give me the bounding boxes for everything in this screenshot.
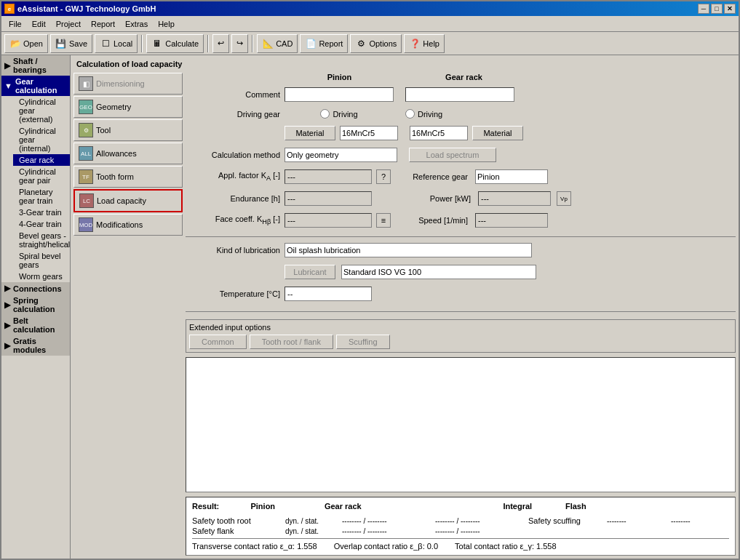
undo-button[interactable]: ↩ — [212, 34, 229, 53]
sidebar-item-cylindrical-pair[interactable]: Cylindrical gear pair — [13, 166, 70, 186]
speed-input[interactable] — [475, 213, 548, 228]
chevron-right-icon: ▶ — [4, 61, 10, 71]
endurance-row: Endurance [h] Power [kW] Vp — [186, 191, 736, 206]
open-button[interactable]: 📂 Open — [4, 34, 48, 53]
menu-bar: File Edit Project Report Extras Help — [1, 16, 739, 32]
appl-factor-help-button[interactable]: ? — [376, 169, 391, 184]
maximize-btn[interactable]: □ — [711, 4, 723, 14]
tool-icon: ⚙ — [79, 123, 93, 137]
safety-scuffing-flash: -------- — [671, 517, 729, 525]
driving-rack-radio[interactable] — [405, 109, 415, 119]
menu-extras[interactable]: Extras — [121, 18, 152, 30]
lubricant-row: Lubricant Standard ISO VG 100 — [186, 265, 736, 279]
total-val: 1.558 — [536, 542, 557, 551]
sidebar-item-bevel[interactable]: Bevel gears - straight/helical — [13, 230, 70, 250]
sidebar-item-cylindrical-internal[interactable]: Cylindrical gear (internal) — [13, 125, 70, 154]
sidebar-item-gear-calculation[interactable]: ▼ Gear calculation — [1, 76, 70, 96]
load-capacity-button[interactable]: LC Load capacity — [73, 189, 183, 212]
comment-rack-input[interactable] — [405, 87, 514, 102]
save-button[interactable]: 💾 Save — [50, 34, 92, 53]
sidebar-item-spiral-bevel[interactable]: Spiral bevel gears — [13, 250, 70, 271]
tooth-form-button[interactable]: TF Tooth form — [73, 166, 183, 188]
safety-tooth-root-sub: dyn. / stat. — [285, 517, 336, 525]
power-input[interactable] — [478, 191, 551, 206]
sidebar-item-belt[interactable]: ▶ Belt calculation — [1, 315, 70, 335]
comment-row: Comment — [186, 87, 736, 102]
content-title: Calculation of load capacity — [73, 58, 736, 70]
dimensioning-icon: ◧ — [79, 76, 93, 91]
sidebar-item-4gear[interactable]: 4-Gear train — [13, 218, 70, 230]
common-button[interactable]: Common — [189, 335, 247, 349]
report-button[interactable]: 📄 Report — [300, 34, 348, 53]
modifications-button[interactable]: MOD Modifications — [73, 214, 183, 236]
sidebar-item-planetary[interactable]: Planetary gear train — [13, 186, 70, 207]
local-button[interactable]: ☐ Local — [95, 34, 138, 53]
face-coeff-calc-button[interactable]: ≡ — [376, 213, 391, 228]
vp-button[interactable]: Vp — [557, 191, 571, 206]
chevron-right-icon-5: ▶ — [4, 341, 10, 351]
sidebar-item-cylindrical-external[interactable]: Cylindrical gear (external) — [13, 96, 70, 125]
sidebar-item-connections[interactable]: ▶ Connections — [1, 282, 70, 295]
sidebar-item-gear-rack[interactable]: Gear rack — [13, 154, 70, 166]
sidebar-item-3gear[interactable]: 3-Gear train — [13, 207, 70, 218]
dimensioning-button[interactable]: ◧ Dimensioning — [73, 73, 183, 95]
driving-pinion-radio[interactable] — [320, 109, 330, 119]
calculate-button[interactable]: 🖩 Calculate — [146, 34, 204, 53]
lubricant-select[interactable]: Standard ISO VG 100 — [341, 265, 536, 279]
open-icon: 📂 — [9, 38, 21, 49]
left-panel: ◧ Dimensioning GEO Geometry ⚙ Tool ALL A… — [73, 73, 183, 556]
pinion-header: Pinion — [283, 73, 396, 81]
sidebar-item-spring[interactable]: ▶ Spring calculation — [1, 295, 70, 315]
options-button[interactable]: ⚙ Options — [350, 34, 402, 53]
safety-tooth-root-label: Safety tooth root — [192, 516, 279, 525]
geometry-icon: GEO — [79, 100, 93, 114]
result-integral-header: Integral — [496, 502, 539, 511]
calc-method-select[interactable]: Only geometry — [285, 148, 397, 162]
menu-file[interactable]: File — [4, 18, 26, 30]
ref-gear-select[interactable]: Pinion — [475, 169, 548, 184]
help-button[interactable]: ❓ Help — [404, 34, 445, 53]
endurance-input[interactable] — [285, 191, 372, 206]
chevron-right-icon-4: ▶ — [4, 321, 10, 330]
options-icon: ⚙ — [355, 38, 367, 49]
cad-button[interactable]: 📐 CAD — [257, 34, 298, 53]
toolbar-separator-2 — [207, 35, 209, 52]
appl-factor-label: Appl. factor KA [-] — [186, 171, 280, 182]
material-rack-button[interactable]: Material — [472, 126, 523, 140]
tooth-form-icon: TF — [79, 169, 93, 184]
appl-factor-row: Appl. factor KA [-] ? Reference gear Pin… — [186, 169, 736, 184]
close-btn[interactable]: ✕ — [724, 4, 736, 14]
tooth-root-flank-button[interactable]: Tooth root / flank — [250, 335, 333, 349]
material-rack-select[interactable]: 16MnCr5 — [410, 126, 468, 140]
minimize-btn[interactable]: ─ — [698, 4, 709, 14]
overlap-label: Overlap contact ratio ε_β: — [334, 542, 425, 551]
redo-button[interactable]: ↪ — [231, 34, 248, 53]
driving-pinion-radio-group: Driving — [285, 109, 394, 119]
geometry-button[interactable]: GEO Geometry — [73, 96, 183, 118]
sidebar-item-worm[interactable]: Worm gears — [13, 271, 70, 282]
comment-pinion-input[interactable] — [285, 87, 394, 102]
help-icon: ❓ — [409, 38, 421, 49]
menu-report[interactable]: Report — [87, 18, 119, 30]
allowances-icon: ALL — [79, 146, 93, 161]
menu-project[interactable]: Project — [52, 18, 85, 30]
appl-factor-input[interactable] — [285, 169, 372, 184]
face-coeff-label: Face coeff. KHβ [-] — [186, 215, 280, 225]
lubricant-button[interactable]: Lubricant — [285, 265, 335, 279]
chevron-down-icon: ▼ — [4, 81, 12, 90]
temperature-input[interactable] — [285, 287, 372, 301]
lubrication-select[interactable]: Oil splash lubrication — [285, 243, 532, 257]
scuffing-button[interactable]: Scuffing — [336, 335, 390, 349]
sidebar-item-shaft-bearings[interactable]: ▶ Shaft / bearings — [1, 55, 70, 76]
face-coeff-input[interactable] — [285, 213, 372, 228]
allowances-button[interactable]: ALL Allowances — [73, 143, 183, 164]
menu-edit[interactable]: Edit — [28, 18, 50, 30]
main-area: ▶ Shaft / bearings ▼ Gear calculation Cy… — [1, 55, 739, 559]
panel-layout: ◧ Dimensioning GEO Geometry ⚙ Tool ALL A… — [73, 73, 736, 556]
sidebar-item-gratis[interactable]: ▶ Gratis modules — [1, 335, 70, 356]
material-pinion-button[interactable]: Material — [285, 126, 335, 140]
tool-button[interactable]: ⚙ Tool — [73, 119, 183, 141]
load-spectrum-button[interactable]: Load spectrum — [409, 148, 496, 162]
menu-help[interactable]: Help — [154, 18, 179, 30]
material-pinion-select[interactable]: 16MnCr5 — [340, 126, 398, 140]
